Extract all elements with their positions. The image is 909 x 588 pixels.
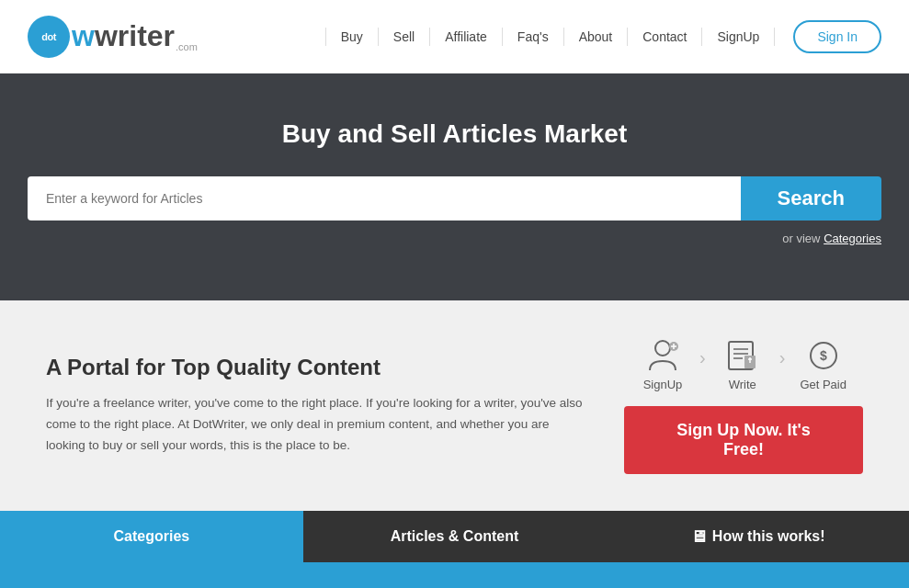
arrow-2: › <box>779 347 786 368</box>
signin-button[interactable]: Sign In <box>793 20 881 53</box>
search-button[interactable]: Search <box>741 176 881 220</box>
logo: dot wwriter .com <box>28 16 198 58</box>
step-signup: SignUp <box>641 337 685 391</box>
write-step-icon <box>721 337 765 374</box>
categories-link[interactable]: Categories <box>824 232 881 245</box>
nav-item-buy[interactable]: Buy <box>325 28 379 46</box>
getpaid-step-label: Get Paid <box>800 378 847 391</box>
nav-item-contact[interactable]: Contact <box>628 28 702 46</box>
monitor-icon: 🖥 <box>690 527 707 547</box>
getpaid-step-icon: $ <box>801 337 846 374</box>
hero-section: Buy and Sell Articles Market Search or v… <box>0 74 909 300</box>
bottom-strip <box>0 562 909 588</box>
logo-dot-text: dot <box>41 31 56 42</box>
nav-item-signup[interactable]: SignUp <box>702 28 775 46</box>
logo-writer-text: wwriter <box>72 19 175 53</box>
view-categories-prefix: or view <box>782 232 820 245</box>
signup-step-label: SignUp <box>643 378 683 391</box>
nav-item-sell[interactable]: Sell <box>379 28 430 46</box>
header: dot wwriter .com Buy Sell Affiliate Faq'… <box>0 0 909 74</box>
view-categories-row: or view Categories <box>28 232 881 245</box>
tab-articles-label: Articles & Content <box>391 528 519 545</box>
search-input[interactable] <box>28 176 741 220</box>
portal-text: A Portal for Top Quality Content If you'… <box>46 355 587 457</box>
portal-right: SignUp › Write › <box>624 337 863 474</box>
tab-articles[interactable]: Articles & Content <box>303 511 607 562</box>
signup-step-icon <box>641 337 685 374</box>
steps-row: SignUp › Write › <box>641 337 847 391</box>
main-nav: Buy Sell Affiliate Faq's About Contact S… <box>325 28 776 46</box>
nav-item-faqs[interactable]: Faq's <box>503 28 564 46</box>
nav-item-about[interactable]: About <box>564 28 629 46</box>
nav-item-affiliate[interactable]: Affiliate <box>430 28 503 46</box>
logo-com: .com <box>176 41 198 52</box>
svg-point-0 <box>655 341 670 356</box>
arrow-1: › <box>699 347 706 368</box>
tabs-row: Categories Articles & Content 🖥 How this… <box>0 511 909 562</box>
portal-body: If you're a freelance writer, you've com… <box>46 393 587 457</box>
tab-categories[interactable]: Categories <box>0 511 303 562</box>
tab-how-works[interactable]: 🖥 How this works! <box>606 511 909 562</box>
svg-text:$: $ <box>820 348 827 363</box>
step-getpaid: $ Get Paid <box>800 337 847 391</box>
hero-title: Buy and Sell Articles Market <box>28 119 881 149</box>
portal-heading: A Portal for Top Quality Content <box>46 355 587 380</box>
tab-categories-label: Categories <box>113 528 189 545</box>
signup-free-button[interactable]: Sign Up Now. It's Free! <box>624 406 863 474</box>
portal-section: A Portal for Top Quality Content If you'… <box>0 300 909 511</box>
write-step-label: Write <box>729 378 756 391</box>
logo-dot: dot <box>28 16 70 58</box>
step-write: Write <box>721 337 765 391</box>
search-row: Search <box>28 176 881 220</box>
tab-how-works-label: How this works! <box>712 528 825 545</box>
